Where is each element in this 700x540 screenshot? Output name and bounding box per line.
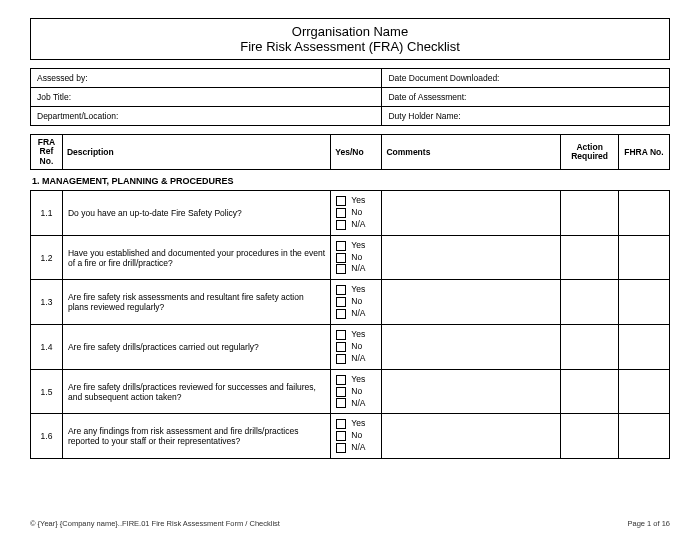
table-row: 1.5Are fire safety drills/practices revi… <box>31 369 670 414</box>
opt-yes: Yes <box>351 240 365 252</box>
row-desc: Have you established and documented your… <box>62 235 330 280</box>
doc-title: Fire Risk Assessment (FRA) Checklist <box>31 39 669 54</box>
row-action <box>561 191 619 236</box>
row-ref: 1.2 <box>31 235 63 280</box>
hdr-fhra: FHRA No. <box>618 135 669 170</box>
opt-no: No <box>351 341 362 353</box>
opt-yes: Yes <box>351 195 365 207</box>
meta-table: Assessed by:Date Document Downloaded: Jo… <box>30 68 670 126</box>
row-desc: Are fire safety drills/practices reviewe… <box>62 369 330 414</box>
opt-no: No <box>351 207 362 219</box>
row-desc: Are fire safety drills/practices carried… <box>62 325 330 370</box>
header-table: FRARefNo. Description Yes/No Comments Ac… <box>30 134 670 170</box>
checkbox-na[interactable] <box>336 398 346 408</box>
row-yn: YesNoN/A <box>331 235 382 280</box>
checkbox-yes[interactable] <box>336 375 346 385</box>
row-comments <box>382 191 561 236</box>
checkbox-yes[interactable] <box>336 196 346 206</box>
checkbox-no[interactable] <box>336 297 346 307</box>
checkbox-no[interactable] <box>336 342 346 352</box>
checkbox-yes[interactable] <box>336 285 346 295</box>
table-row: 1.1Do you have an up-to-date Fire Safety… <box>31 191 670 236</box>
duty-holder-label: Duty Holder Name: <box>382 107 670 126</box>
row-ref: 1.3 <box>31 280 63 325</box>
row-comments <box>382 280 561 325</box>
checkbox-yes[interactable] <box>336 330 346 340</box>
assessed-by-label: Assessed by: <box>31 69 382 88</box>
row-action <box>561 369 619 414</box>
row-desc: Are fire safety risk assessments and res… <box>62 280 330 325</box>
checkbox-yes[interactable] <box>336 241 346 251</box>
section-title: 1. MANAGEMENT, PLANNING & PROCEDURES <box>30 170 670 190</box>
rows-table: 1.1Do you have an up-to-date Fire Safety… <box>30 190 670 459</box>
row-yn: YesNoN/A <box>331 325 382 370</box>
date-downloaded-label: Date Document Downloaded: <box>382 69 670 88</box>
checkbox-no[interactable] <box>336 253 346 263</box>
table-row: 1.6Are any findings from risk assessment… <box>31 414 670 459</box>
opt-yes: Yes <box>351 374 365 386</box>
table-row: 1.4Are fire safety drills/practices carr… <box>31 325 670 370</box>
row-fhra <box>618 325 669 370</box>
footer: © {Year} {Company name}..FIRE.01 Fire Ri… <box>30 519 670 528</box>
row-comments <box>382 414 561 459</box>
checkbox-na[interactable] <box>336 220 346 230</box>
opt-na: N/A <box>351 398 365 410</box>
opt-yes: Yes <box>351 418 365 430</box>
checkbox-no[interactable] <box>336 208 346 218</box>
opt-na: N/A <box>351 219 365 231</box>
dept-label: Department/Location: <box>31 107 382 126</box>
row-action <box>561 325 619 370</box>
opt-na: N/A <box>351 263 365 275</box>
org-name: Orrganisation Name <box>31 24 669 39</box>
row-action <box>561 280 619 325</box>
row-ref: 1.6 <box>31 414 63 459</box>
hdr-comm: Comments <box>382 135 561 170</box>
checkbox-na[interactable] <box>336 443 346 453</box>
checkbox-na[interactable] <box>336 354 346 364</box>
opt-na: N/A <box>351 308 365 320</box>
row-ref: 1.1 <box>31 191 63 236</box>
opt-yes: Yes <box>351 284 365 296</box>
date-assessment-label: Date of Assessment: <box>382 88 670 107</box>
opt-no: No <box>351 386 362 398</box>
footer-right: Page 1 of 16 <box>627 519 670 528</box>
row-fhra <box>618 235 669 280</box>
row-fhra <box>618 191 669 236</box>
opt-na: N/A <box>351 442 365 454</box>
opt-no: No <box>351 296 362 308</box>
row-comments <box>382 369 561 414</box>
row-ref: 1.4 <box>31 325 63 370</box>
hdr-desc: Description <box>62 135 330 170</box>
checkbox-na[interactable] <box>336 309 346 319</box>
opt-yes: Yes <box>351 329 365 341</box>
row-action <box>561 414 619 459</box>
opt-no: No <box>351 430 362 442</box>
checkbox-no[interactable] <box>336 387 346 397</box>
table-row: 1.2Have you established and documented y… <box>31 235 670 280</box>
opt-no: No <box>351 252 362 264</box>
row-fhra <box>618 369 669 414</box>
hdr-ref: FRARefNo. <box>31 135 63 170</box>
footer-left: © {Year} {Company name}..FIRE.01 Fire Ri… <box>30 519 280 528</box>
job-title-label: Job Title: <box>31 88 382 107</box>
checkbox-no[interactable] <box>336 431 346 441</box>
row-yn: YesNoN/A <box>331 280 382 325</box>
hdr-yn: Yes/No <box>331 135 382 170</box>
row-desc: Do you have an up-to-date Fire Safety Po… <box>62 191 330 236</box>
hdr-act: ActionRequired <box>561 135 619 170</box>
row-yn: YesNoN/A <box>331 191 382 236</box>
opt-na: N/A <box>351 353 365 365</box>
table-row: 1.3Are fire safety risk assessments and … <box>31 280 670 325</box>
row-comments <box>382 235 561 280</box>
row-desc: Are any findings from risk assessment an… <box>62 414 330 459</box>
row-fhra <box>618 280 669 325</box>
checkbox-na[interactable] <box>336 264 346 274</box>
title-box: Orrganisation Name Fire Risk Assessment … <box>30 18 670 60</box>
row-fhra <box>618 414 669 459</box>
row-comments <box>382 325 561 370</box>
row-action <box>561 235 619 280</box>
checkbox-yes[interactable] <box>336 419 346 429</box>
row-ref: 1.5 <box>31 369 63 414</box>
row-yn: YesNoN/A <box>331 414 382 459</box>
row-yn: YesNoN/A <box>331 369 382 414</box>
